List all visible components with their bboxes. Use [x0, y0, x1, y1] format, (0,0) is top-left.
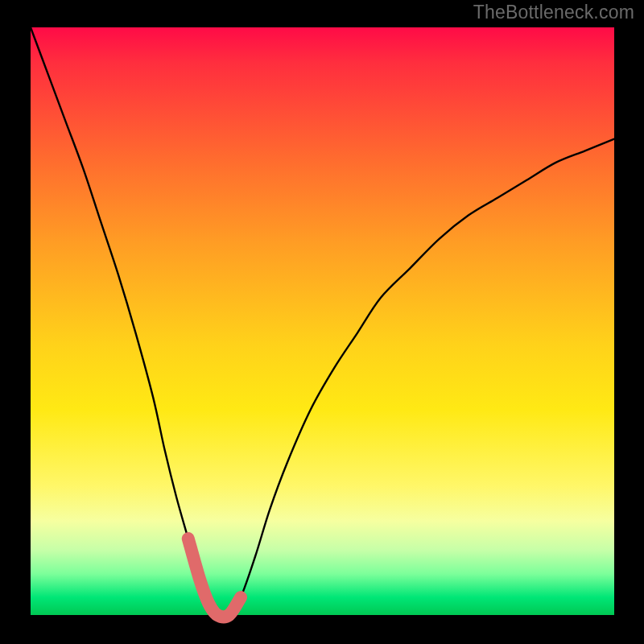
chart-frame: TheBottleneck.com: [0, 0, 644, 644]
curve-overlay: [0, 0, 644, 644]
curve-group: [31, 27, 614, 617]
bottleneck-curve-bottom-highlight: [188, 539, 241, 617]
bottleneck-curve: [31, 27, 614, 617]
